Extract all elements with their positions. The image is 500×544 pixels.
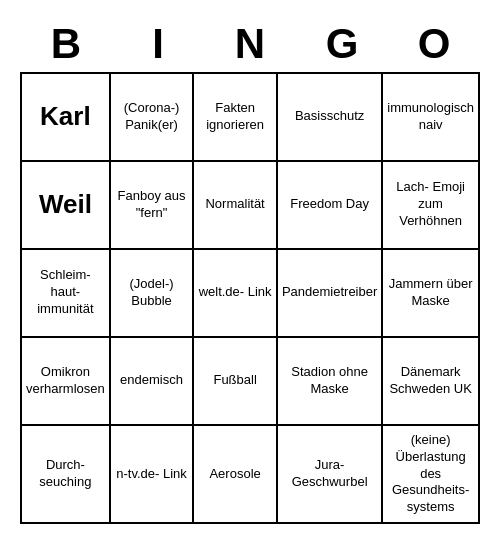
bingo-cell-r4-c1: n-tv.de- Link: [111, 426, 195, 524]
bingo-cell-r4-c4: (keine) Überlastung des Gesundheits- sys…: [383, 426, 480, 524]
bingo-cell-r3-c3: Stadion ohne Maske: [278, 338, 383, 426]
bingo-letter: N: [206, 20, 294, 68]
bingo-cell-r0-c0: Karl: [22, 74, 111, 162]
bingo-cell-r3-c1: endemisch: [111, 338, 195, 426]
bingo-letter: G: [298, 20, 386, 68]
bingo-cell-r2-c0: Schleim- haut- immunität: [22, 250, 111, 338]
bingo-cell-r1-c2: Normalität: [194, 162, 278, 250]
bingo-cell-r2-c1: (Jodel-) Bubble: [111, 250, 195, 338]
bingo-cell-r0-c4: immunologisch naiv: [383, 74, 480, 162]
bingo-letter: I: [114, 20, 202, 68]
bingo-cell-r2-c4: Jammern über Maske: [383, 250, 480, 338]
bingo-cell-r1-c3: Freedom Day: [278, 162, 383, 250]
bingo-cell-r0-c1: (Corona-) Panik(er): [111, 74, 195, 162]
bingo-cell-r3-c4: Dänemark Schweden UK: [383, 338, 480, 426]
bingo-cell-r2-c3: Pandemietreiber: [278, 250, 383, 338]
bingo-cell-r1-c1: Fanboy aus "fern": [111, 162, 195, 250]
bingo-grid: Karl(Corona-) Panik(er)Fakten ignorieren…: [20, 72, 480, 524]
bingo-cell-r3-c0: Omikron verharmlosen: [22, 338, 111, 426]
bingo-cell-r4-c3: Jura- Geschwurbel: [278, 426, 383, 524]
bingo-cell-r3-c2: Fußball: [194, 338, 278, 426]
bingo-card: BINGO Karl(Corona-) Panik(er)Fakten igno…: [10, 10, 490, 534]
bingo-cell-r2-c2: welt.de- Link: [194, 250, 278, 338]
bingo-cell-r1-c4: Lach- Emoji zum Verhöhnen: [383, 162, 480, 250]
bingo-cell-r1-c0: Weil: [22, 162, 111, 250]
bingo-title: BINGO: [20, 20, 480, 68]
bingo-cell-r0-c3: Basisschutz: [278, 74, 383, 162]
bingo-cell-r4-c0: Durch- seuching: [22, 426, 111, 524]
bingo-letter: O: [390, 20, 478, 68]
bingo-cell-r0-c2: Fakten ignorieren: [194, 74, 278, 162]
bingo-letter: B: [22, 20, 110, 68]
bingo-cell-r4-c2: Aerosole: [194, 426, 278, 524]
